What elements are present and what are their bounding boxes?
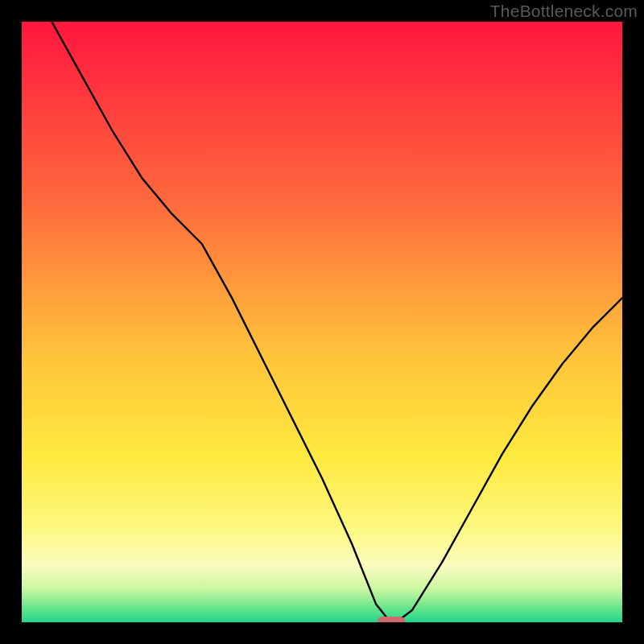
gradient-background bbox=[22, 22, 622, 622]
watermark-text: TheBottleneck.com bbox=[490, 2, 638, 21]
plot-area bbox=[22, 22, 622, 622]
svg-rect-0 bbox=[22, 22, 622, 622]
chart-frame: TheBottleneck.com bbox=[0, 0, 644, 644]
optimal-marker bbox=[378, 617, 405, 622]
